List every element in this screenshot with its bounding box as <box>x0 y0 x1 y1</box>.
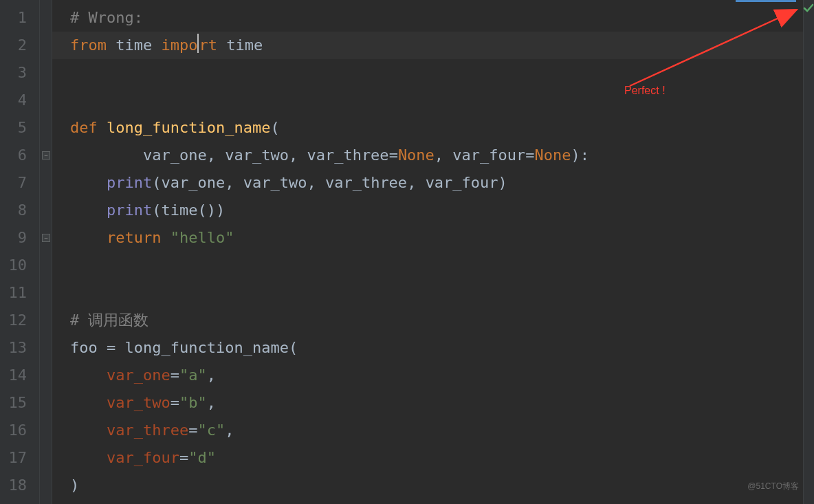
token-op: = <box>179 449 188 466</box>
token-str: "d" <box>188 449 216 466</box>
code-line[interactable]: var_one="a", <box>52 362 803 389</box>
error-stripe[interactable] <box>803 0 814 504</box>
fold-close-icon[interactable]: − <box>42 234 50 242</box>
token-text <box>152 36 161 54</box>
token-id: time <box>116 36 152 54</box>
token-id: time <box>226 36 263 54</box>
token-op: = <box>188 421 197 439</box>
code-line[interactable]: foo = long_function_name( <box>52 334 803 362</box>
token-op: = <box>525 146 534 164</box>
token-kw: from <box>70 36 107 54</box>
line-number[interactable]: 17 <box>0 444 39 472</box>
token-kw: def <box>70 119 98 136</box>
token-op: , <box>307 174 325 191</box>
token-id: var_four <box>452 146 525 164</box>
token-op: = <box>389 146 398 164</box>
line-number[interactable]: 8 <box>0 197 39 224</box>
token-op: ( <box>152 201 161 219</box>
code-line[interactable]: return "hello" <box>52 224 803 252</box>
token-op: , <box>207 394 216 411</box>
token-id: var_one <box>161 174 225 191</box>
code-line[interactable]: def long_function_name( <box>52 114 803 142</box>
token-none: None <box>535 146 571 164</box>
token-op: ) <box>498 174 507 191</box>
token-op: , <box>289 146 307 164</box>
token-op: , <box>225 421 234 439</box>
token-op: ( <box>289 339 298 356</box>
line-number[interactable]: 12 <box>0 307 39 334</box>
token-op: , <box>434 146 453 164</box>
code-line[interactable] <box>52 59 803 87</box>
token-id: var_three <box>307 146 388 164</box>
token-cmt: # 调用函数 <box>70 311 149 329</box>
token-arg: var_two <box>107 394 170 411</box>
editor-viewport[interactable]: # Wrong:from time import timedef long_fu… <box>52 0 803 504</box>
token-arg: var_three <box>107 421 188 439</box>
token-kw: return <box>107 229 161 246</box>
token-op: = <box>170 366 179 384</box>
code-editor[interactable]: 123456789101112131415161718 −− # Wrong:f… <box>0 0 814 504</box>
token-text <box>98 119 107 136</box>
active-tab-indicator <box>736 0 796 2</box>
token-builtin: print <box>107 174 152 191</box>
line-number[interactable]: 6 <box>0 142 39 169</box>
token-op: = <box>170 394 179 411</box>
code-line[interactable] <box>52 279 803 307</box>
token-op: , <box>407 174 426 191</box>
token-op: ) <box>70 476 79 494</box>
code-line[interactable]: from time import time <box>52 32 803 59</box>
token-text <box>107 36 116 54</box>
code-line[interactable]: # Wrong: <box>52 4 803 32</box>
token-builtin: print <box>107 201 152 219</box>
line-number[interactable]: 11 <box>0 279 39 307</box>
line-number[interactable]: 7 <box>0 169 39 197</box>
line-number[interactable]: 9 <box>0 224 39 252</box>
token-none: None <box>398 146 434 164</box>
token-op: ( <box>270 119 279 136</box>
token-str: "hello" <box>170 229 234 246</box>
line-number[interactable]: 4 <box>0 87 39 114</box>
token-op: , <box>207 366 216 384</box>
line-number[interactable]: 10 <box>0 252 39 279</box>
code-line[interactable] <box>52 252 803 279</box>
code-line[interactable]: var_four="d" <box>52 444 803 472</box>
token-op: , <box>207 146 226 164</box>
token-id: foo <box>70 339 98 356</box>
code-line[interactable]: ) <box>52 472 803 499</box>
inspection-status-icon[interactable] <box>802 2 814 14</box>
token-id: var_four <box>426 174 498 191</box>
line-number[interactable]: 18 <box>0 472 39 499</box>
token-text <box>161 229 170 246</box>
token-str: "b" <box>179 394 207 411</box>
fold-gutter[interactable]: −− <box>40 0 52 504</box>
code-line[interactable]: var_three="c", <box>52 417 803 444</box>
line-number[interactable]: 1 <box>0 4 39 32</box>
line-number[interactable]: 15 <box>0 389 39 417</box>
code-line[interactable]: print(var_one, var_two, var_three, var_f… <box>52 169 803 197</box>
fold-open-icon[interactable]: − <box>42 151 50 160</box>
token-op: = <box>98 339 125 356</box>
token-id: var_three <box>325 174 407 191</box>
line-number[interactable]: 2 <box>0 32 39 59</box>
line-number[interactable]: 5 <box>0 114 39 142</box>
line-number[interactable]: 16 <box>0 417 39 444</box>
line-number[interactable]: 14 <box>0 362 39 389</box>
code-line[interactable]: var_two="b", <box>52 389 803 417</box>
token-text <box>217 36 226 54</box>
code-line[interactable]: # 调用函数 <box>52 307 803 334</box>
token-op: ( <box>152 174 161 191</box>
line-number[interactable]: 3 <box>0 59 39 87</box>
token-id: var_two <box>243 174 307 191</box>
code-line[interactable]: var_one, var_two, var_three=None, var_fo… <box>52 142 803 169</box>
line-number[interactable]: 13 <box>0 334 39 362</box>
token-id: time <box>161 201 197 219</box>
token-op: ()) <box>197 201 225 219</box>
line-number-gutter[interactable]: 123456789101112131415161718 <box>0 0 40 504</box>
code-line[interactable] <box>52 87 803 114</box>
token-fn: long_function_name <box>107 119 270 136</box>
token-id: long_function_name <box>125 339 289 356</box>
token-id: var_one <box>143 146 207 164</box>
token-arg: var_four <box>107 449 179 466</box>
token-arg: var_one <box>107 366 170 384</box>
code-line[interactable]: print(time()) <box>52 197 803 224</box>
